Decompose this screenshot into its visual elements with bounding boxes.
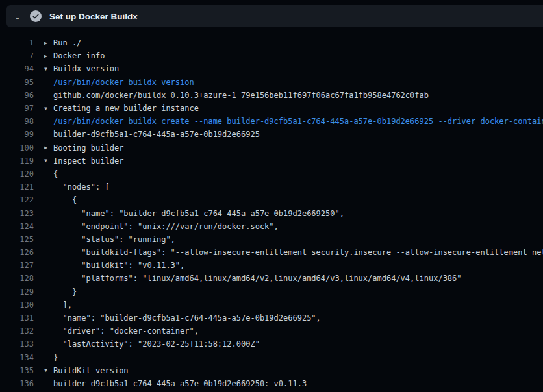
line-number[interactable]: 124 bbox=[0, 222, 34, 231]
group-toggle-icon[interactable]: ▶ bbox=[44, 53, 53, 59]
log-line[interactable]: 1 ▶ Run ./ bbox=[0, 36, 543, 49]
log-line: 133 "lastActivity": "2023-02-25T11:58:12… bbox=[0, 337, 543, 350]
line-number[interactable]: 130 bbox=[0, 300, 34, 310]
log-text: /usr/bin/docker buildx version bbox=[53, 78, 194, 87]
line-number[interactable]: 129 bbox=[0, 288, 34, 297]
log-line: 120 { bbox=[0, 167, 543, 180]
group-toggle-icon[interactable]: ▶ bbox=[44, 145, 53, 151]
log-text: "status": "running", bbox=[53, 235, 175, 244]
log-text: "lastActivity": "2023-02-25T11:58:12.000… bbox=[53, 339, 260, 349]
line-number[interactable]: 127 bbox=[0, 261, 34, 270]
log-text: Inspect builder bbox=[53, 156, 123, 165]
line-number[interactable]: 99 bbox=[0, 130, 34, 139]
log-line: 129 } bbox=[0, 286, 543, 299]
log-text: github.com/docker/buildx 0.10.3+azure-1 … bbox=[53, 91, 429, 100]
log-line[interactable]: 135 ▼ BuildKit version bbox=[0, 364, 543, 377]
log-viewer: 1 ▶ Run ./ 7 ▶ Docker info 94 ▼ Buildx v… bbox=[0, 36, 543, 390]
log-text: } bbox=[53, 353, 58, 362]
line-number[interactable]: 95 bbox=[0, 78, 34, 87]
line-number[interactable]: 135 bbox=[0, 366, 34, 375]
line-number[interactable]: 134 bbox=[0, 353, 34, 362]
line-number[interactable]: 131 bbox=[0, 313, 34, 323]
log-line[interactable]: 97 ▼ Creating a new builder instance bbox=[0, 102, 543, 115]
line-number[interactable]: 97 bbox=[0, 104, 34, 113]
group-toggle-icon[interactable]: ▼ bbox=[44, 106, 53, 112]
log-line[interactable]: 94 ▼ Buildx version bbox=[0, 62, 543, 75]
log-line: 136 builder-d9cfb5a1-c764-445a-a57e-0b19… bbox=[0, 377, 543, 390]
line-number[interactable]: 136 bbox=[0, 379, 34, 388]
log-line: 127 "buildkit": "v0.11.3", bbox=[0, 259, 543, 272]
log-text: ], bbox=[53, 300, 72, 310]
line-number[interactable]: 1 bbox=[0, 38, 34, 47]
log-line: 126 "buildkitd-flags": "--allow-insecure… bbox=[0, 246, 543, 259]
log-line[interactable]: 7 ▶ Docker info bbox=[0, 49, 543, 62]
group-toggle-icon[interactable]: ▼ bbox=[44, 66, 53, 72]
log-line: 124 "endpoint": "unix:///var/run/docker.… bbox=[0, 220, 543, 233]
log-line: 134 } bbox=[0, 351, 543, 364]
chevron-down-icon[interactable]: ⌄ bbox=[6, 12, 29, 21]
log-line: 122 { bbox=[0, 193, 543, 206]
log-line: 95 /usr/bin/docker buildx version bbox=[0, 76, 543, 89]
log-text: "platforms": "linux/amd64,linux/amd64/v2… bbox=[53, 274, 462, 283]
line-number[interactable]: 7 bbox=[0, 51, 34, 60]
log-text: "buildkit": "v0.11.3", bbox=[53, 261, 184, 270]
line-number[interactable]: 121 bbox=[0, 182, 34, 191]
log-line: 98 /usr/bin/docker buildx create --name … bbox=[0, 115, 543, 128]
log-text: "nodes": [ bbox=[53, 182, 110, 191]
line-number[interactable]: 126 bbox=[0, 248, 34, 257]
line-number[interactable]: 119 bbox=[0, 156, 34, 165]
log-text: { bbox=[53, 169, 58, 178]
log-line: 99 builder-d9cfb5a1-c764-445a-a57e-0b19d… bbox=[0, 128, 543, 141]
step-header[interactable]: ⌄ Set up Docker Buildx bbox=[6, 5, 543, 27]
line-number[interactable]: 128 bbox=[0, 274, 34, 283]
group-toggle-icon[interactable]: ▼ bbox=[44, 367, 53, 373]
log-line: 131 "name": "builder-d9cfb5a1-c764-445a-… bbox=[0, 312, 543, 325]
log-text: /usr/bin/docker buildx create --name bui… bbox=[53, 117, 543, 126]
log-line[interactable]: 100 ▶ Booting builder bbox=[0, 141, 543, 154]
log-text: Creating a new builder instance bbox=[53, 104, 199, 113]
log-text: "name": "builder-d9cfb5a1-c764-445a-a57e… bbox=[53, 313, 321, 323]
log-line: 128 "platforms": "linux/amd64,linux/amd6… bbox=[0, 272, 543, 285]
line-number[interactable]: 133 bbox=[0, 339, 34, 349]
line-number[interactable]: 100 bbox=[0, 143, 34, 153]
group-toggle-icon[interactable]: ▶ bbox=[44, 40, 53, 46]
log-text: "endpoint": "unix:///var/run/docker.sock… bbox=[53, 222, 279, 231]
line-number[interactable]: 120 bbox=[0, 169, 34, 178]
success-check-icon bbox=[30, 10, 42, 22]
line-number[interactable]: 122 bbox=[0, 195, 34, 204]
log-text: Run ./ bbox=[53, 38, 81, 47]
log-line: 132 "driver": "docker-container", bbox=[0, 325, 543, 337]
line-number[interactable]: 125 bbox=[0, 235, 34, 244]
line-number[interactable]: 94 bbox=[0, 64, 34, 73]
group-toggle-icon[interactable]: ▼ bbox=[44, 158, 53, 164]
log-text: Booting builder bbox=[53, 143, 123, 153]
step-title: Set up Docker Buildx bbox=[49, 12, 138, 21]
log-line: 123 "name": "builder-d9cfb5a1-c764-445a-… bbox=[0, 206, 543, 219]
log-line[interactable]: 119 ▼ Inspect builder bbox=[0, 154, 543, 167]
log-text: "driver": "docker-container", bbox=[53, 326, 199, 336]
line-number[interactable]: 96 bbox=[0, 91, 34, 100]
log-text: "name": "builder-d9cfb5a1-c764-445a-a57e… bbox=[53, 209, 344, 218]
log-line: 96 github.com/docker/buildx 0.10.3+azure… bbox=[0, 89, 543, 102]
log-text: builder-d9cfb5a1-c764-445a-a57e-0b19d2e6… bbox=[53, 130, 260, 139]
log-text: Docker info bbox=[53, 51, 105, 60]
log-text: "buildkitd-flags": "--allow-insecure-ent… bbox=[53, 248, 543, 257]
log-line: 130 ], bbox=[0, 299, 543, 312]
line-number[interactable]: 123 bbox=[0, 209, 34, 218]
log-line: 121 "nodes": [ bbox=[0, 180, 543, 193]
log-text: } bbox=[53, 288, 77, 297]
log-text: builder-d9cfb5a1-c764-445a-a57e-0b19d2e6… bbox=[53, 379, 307, 388]
line-number[interactable]: 98 bbox=[0, 117, 34, 126]
log-line: 125 "status": "running", bbox=[0, 233, 543, 246]
log-text: { bbox=[53, 195, 77, 204]
log-text: Buildx version bbox=[53, 64, 119, 73]
log-text: BuildKit version bbox=[53, 366, 129, 375]
line-number[interactable]: 132 bbox=[0, 326, 34, 336]
